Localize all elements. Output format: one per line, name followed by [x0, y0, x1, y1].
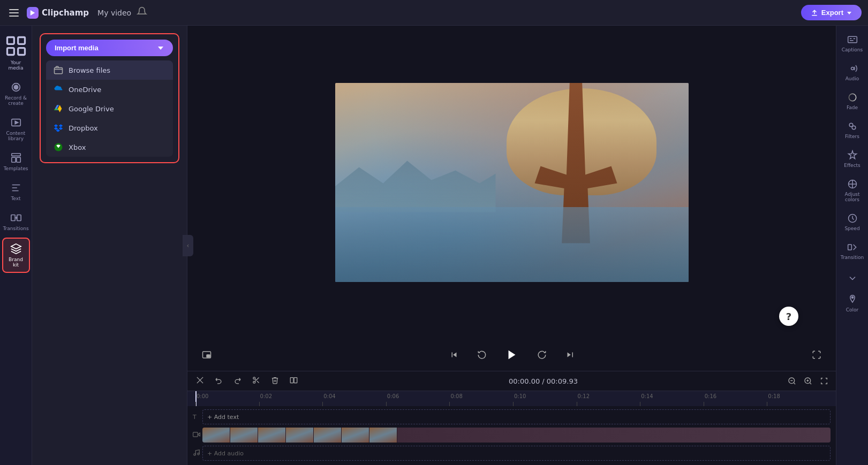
zoom-in-button[interactable] [802, 375, 814, 387]
timeline-time-display: 00:00.00 / 00:09.93 [509, 377, 578, 385]
video-track-content[interactable] [202, 428, 831, 443]
svg-rect-18 [55, 68, 63, 74]
sidebar-item-transitions[interactable]: Transitions [2, 208, 30, 235]
add-text-label: + Add text [207, 414, 239, 421]
sidebar-item-text[interactable]: Text [2, 178, 30, 205]
pip-button[interactable] [198, 346, 215, 363]
adjust-colors-label: Adjust colors [841, 192, 864, 202]
export-label: Export [821, 9, 843, 17]
sidebar-label-content-library: Content library [4, 131, 28, 141]
delete-button[interactable] [268, 375, 282, 387]
svg-rect-14 [16, 157, 20, 162]
ruler-mark-7: 0:14 [640, 391, 704, 406]
fullscreen-button[interactable] [808, 346, 825, 363]
zoom-out-button[interactable] [786, 375, 798, 387]
ruler-mark-9: 0:18 [767, 391, 831, 406]
blade-tool-button[interactable] [193, 375, 207, 387]
video-preview-container [187, 26, 836, 339]
forward-button[interactable] [533, 346, 550, 363]
svg-point-42 [852, 126, 856, 129]
audio-track-content[interactable]: + Add audio [202, 446, 831, 461]
svg-marker-11 [15, 121, 18, 124]
captions-label: Captions [842, 47, 863, 52]
ruler-mark-4: 0:08 [449, 391, 513, 406]
audio-track-row: + Add audio [193, 445, 831, 462]
right-sidebar-item-fade[interactable]: Fade [839, 88, 866, 115]
sidebar-item-templates[interactable]: Templates [2, 148, 30, 176]
save-status-icon [137, 6, 147, 19]
right-sidebar-item-audio[interactable]: Audio [839, 59, 866, 86]
ruler-mark-5: 0:10 [513, 391, 577, 406]
ruler-mark-2: 0:04 [322, 391, 386, 406]
sidebar-label-record: Record &create [5, 95, 27, 106]
right-sidebar-item-color[interactable]: Color [839, 290, 866, 317]
import-option-google-drive[interactable]: Google Drive [46, 99, 173, 118]
fit-timeline-button[interactable] [818, 375, 831, 387]
export-button[interactable]: Export [801, 5, 862, 20]
svg-rect-15 [11, 215, 14, 221]
rewind-button[interactable] [473, 346, 490, 363]
topbar: Clipchamp My video Export [0, 0, 868, 26]
undo-button[interactable] [212, 375, 226, 387]
right-sidebar-item-filters[interactable]: Filters [839, 117, 866, 143]
import-option-browse-files[interactable]: Browse files [46, 60, 173, 80]
text-track-label: T [193, 414, 202, 421]
sidebar-label-templates: Templates [4, 166, 28, 171]
help-button[interactable]: ? [779, 307, 798, 326]
import-option-dropbox[interactable]: Dropbox [46, 118, 173, 138]
import-media-label: Import media [55, 44, 99, 52]
sidebar-item-your-media[interactable]: Your media [2, 30, 30, 75]
svg-rect-45 [848, 245, 851, 250]
sidebar-item-record-create[interactable]: Record &create [2, 77, 30, 110]
skip-back-button[interactable] [446, 346, 463, 363]
sidebar-label-transitions: Transitions [3, 226, 28, 231]
sidebar-item-brand-kit[interactable]: Brand kit [2, 238, 30, 273]
sidebar-item-content-library[interactable]: Content library [2, 112, 30, 146]
right-sidebar-item-captions[interactable]: Captions [839, 30, 866, 57]
hamburger-menu-button[interactable] [6, 5, 21, 20]
filters-label: Filters [845, 134, 859, 139]
google-drive-label: Google Drive [69, 105, 114, 113]
timeline-area: 00:00.00 / 00:09.93 [187, 371, 836, 465]
fade-label: Fade [847, 105, 858, 110]
browse-files-label: Browse files [69, 66, 110, 74]
sidebar-label-brand-kit: Brand kit [5, 257, 27, 268]
svg-marker-17 [158, 47, 163, 50]
import-dropdown: Browse files OneDrive Google D [46, 60, 173, 157]
right-sidebar-item-speed[interactable]: Speed [839, 209, 866, 235]
transition-label: Transition [841, 255, 864, 260]
import-option-xbox[interactable]: Xbox [46, 138, 173, 157]
video-area: 00:00.00 / 00:09.93 [187, 26, 836, 465]
play-button[interactable] [501, 344, 523, 365]
svg-rect-21 [207, 355, 210, 357]
dropbox-label: Dropbox [69, 124, 98, 132]
skip-forward-button[interactable] [561, 346, 578, 363]
svg-rect-7 [18, 48, 25, 55]
svg-point-24 [253, 381, 255, 383]
audio-label: Audio [846, 76, 859, 81]
import-media-button[interactable]: Import media [46, 40, 173, 56]
onedrive-label: OneDrive [69, 86, 101, 94]
right-sidebar-item-transition[interactable]: Transition [839, 238, 866, 264]
panel-collapse-button[interactable]: ‹ [183, 235, 193, 256]
video-thumb-4 [286, 428, 314, 443]
svg-rect-13 [11, 157, 15, 162]
logo-area[interactable]: Clipchamp [27, 7, 89, 19]
cut-button[interactable] [249, 375, 263, 387]
right-sidebar-expand-button[interactable] [839, 269, 866, 288]
redo-button[interactable] [230, 375, 245, 387]
svg-point-40 [849, 94, 856, 101]
svg-marker-0 [31, 10, 35, 16]
right-sidebar-item-effects[interactable]: Effects [839, 146, 866, 172]
text-track-content[interactable]: + Add text [202, 409, 831, 424]
water-element [335, 207, 689, 282]
split-button[interactable] [286, 375, 301, 387]
right-sidebar-item-adjust-colors[interactable]: Adjust colors [839, 174, 866, 207]
color-label: Color [846, 307, 859, 312]
video-title[interactable]: My video [97, 9, 131, 17]
audio-track-label [193, 449, 202, 458]
ruler-marks: 0:00 0:02 0:04 0:06 0:08 0:10 0:12 0:14 … [195, 391, 831, 406]
video-thumb-2 [230, 428, 258, 443]
import-option-onedrive[interactable]: OneDrive [46, 80, 173, 99]
main-layout: Your media Record &create Content librar… [0, 26, 868, 465]
